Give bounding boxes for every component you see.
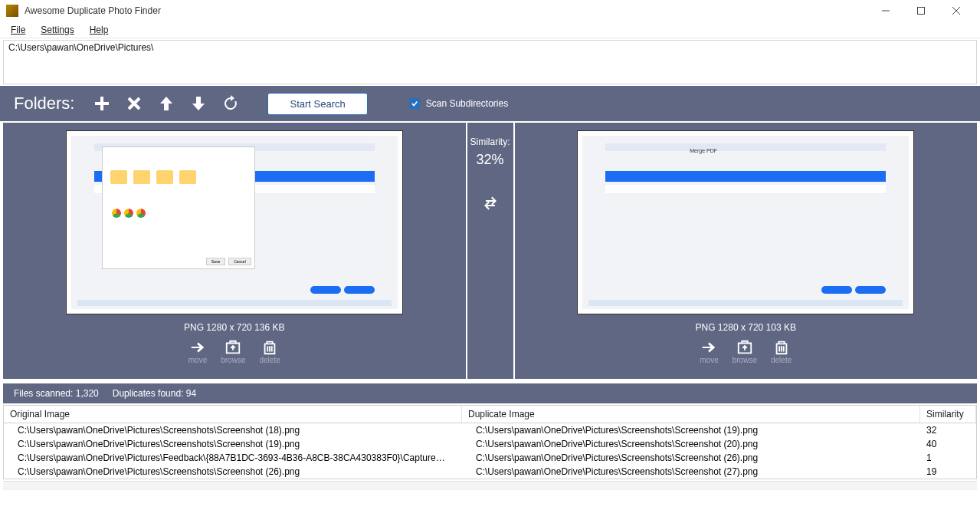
svg-rect-1: [918, 8, 925, 15]
table-row[interactable]: C:\Users\pawan\OneDrive\Pictures\Screens…: [4, 437, 976, 451]
cell-similarity: 1: [920, 452, 976, 464]
left-image-panel: SaveCancel PNG 1280 x 720 136 KB move br…: [3, 123, 466, 379]
minimize-button[interactable]: [868, 0, 903, 21]
add-folder-icon[interactable]: [91, 93, 113, 114]
menu-settings[interactable]: Settings: [33, 23, 81, 37]
left-browse-button[interactable]: browse: [221, 339, 245, 364]
refresh-icon[interactable]: [220, 93, 241, 114]
folders-label: Folders:: [14, 94, 74, 114]
right-image-meta: PNG 1280 x 720 103 KB: [696, 322, 796, 333]
cell-original: C:\Users\pawan\OneDrive\Pictures\Screens…: [4, 424, 462, 436]
folder-path-list[interactable]: C:\Users\pawan\OneDrive\Pictures\: [3, 40, 977, 84]
files-scanned: Files scanned: 1,320: [14, 388, 99, 399]
app-icon: [6, 5, 18, 17]
left-image-meta: PNG 1280 x 720 136 KB: [184, 322, 284, 333]
column-similarity[interactable]: Similarity: [920, 406, 976, 423]
folder-path-item[interactable]: C:\Users\pawan\OneDrive\Pictures\: [8, 42, 972, 53]
status-bar: Files scanned: 1,320 Duplicates found: 9…: [3, 383, 977, 403]
scan-subdirectories-label: Scan Subdirectories: [426, 98, 508, 109]
maximize-button[interactable]: [903, 0, 939, 21]
remove-folder-icon[interactable]: [123, 93, 145, 114]
cell-original: C:\Users\pawan\OneDrive\Pictures\Feedbac…: [4, 452, 462, 464]
right-delete-button[interactable]: delete: [771, 339, 792, 364]
column-original[interactable]: Original Image: [4, 406, 462, 423]
cell-duplicate: C:\Users\pawan\OneDrive\Pictures\Screens…: [462, 424, 920, 436]
cell-duplicate: C:\Users\pawan\OneDrive\Pictures\Screens…: [462, 438, 920, 450]
left-image-preview[interactable]: SaveCancel: [66, 130, 403, 314]
menubar: File Settings Help: [0, 21, 980, 38]
results-header: Original Image Duplicate Image Similarit…: [4, 406, 976, 423]
right-image-preview[interactable]: Merge PDF: [577, 130, 914, 314]
table-row[interactable]: C:\Users\pawan\OneDrive\Pictures\Feedbac…: [4, 451, 976, 465]
results-table: Original Image Duplicate Image Similarit…: [3, 405, 977, 479]
swap-button[interactable]: [481, 194, 500, 215]
similarity-label: Similarity:: [470, 137, 510, 147]
column-duplicate[interactable]: Duplicate Image: [462, 406, 920, 423]
titlebar: Awesome Duplicate Photo Finder: [0, 0, 980, 21]
table-row[interactable]: C:\Users\pawan\OneDrive\Pictures\Screens…: [4, 423, 976, 437]
table-row[interactable]: C:\Users\pawan\OneDrive\Pictures\Screens…: [4, 465, 976, 479]
horizontal-scrollbar[interactable]: [3, 481, 977, 490]
right-browse-button[interactable]: browse: [733, 339, 757, 364]
cell-similarity: 40: [920, 438, 976, 450]
left-delete-button[interactable]: delete: [259, 339, 280, 364]
cell-original: C:\Users\pawan\OneDrive\Pictures\Screens…: [4, 466, 462, 478]
start-search-button[interactable]: Start Search: [267, 93, 367, 115]
cell-duplicate: C:\Users\pawan\OneDrive\Pictures\Screens…: [462, 452, 920, 464]
right-image-panel: Merge PDF PNG 1280 x 720 103 KB move bro…: [515, 123, 978, 379]
window-title: Awesome Duplicate Photo Finder: [25, 5, 868, 16]
toolbar: Folders: Start Search Scan Subdirectorie…: [0, 86, 980, 121]
close-button[interactable]: [939, 0, 974, 21]
similarity-panel: Similarity: 32%: [467, 123, 513, 379]
similarity-value: 32%: [476, 152, 503, 168]
menu-help[interactable]: Help: [82, 23, 116, 37]
duplicates-found: Duplicates found: 94: [113, 388, 196, 399]
checkbox-checked-icon: [409, 98, 420, 109]
cell-similarity: 32: [920, 424, 976, 436]
menu-file[interactable]: File: [3, 23, 33, 37]
cell-duplicate: C:\Users\pawan\OneDrive\Pictures\Screens…: [462, 466, 920, 478]
left-move-button[interactable]: move: [188, 339, 207, 364]
move-down-icon[interactable]: [188, 93, 209, 114]
scan-subdirectories-checkbox[interactable]: Scan Subdirectories: [409, 98, 508, 109]
cell-original: C:\Users\pawan\OneDrive\Pictures\Screens…: [4, 438, 462, 450]
cell-similarity: 19: [920, 466, 976, 478]
right-move-button[interactable]: move: [700, 339, 718, 364]
move-up-icon[interactable]: [156, 93, 177, 114]
